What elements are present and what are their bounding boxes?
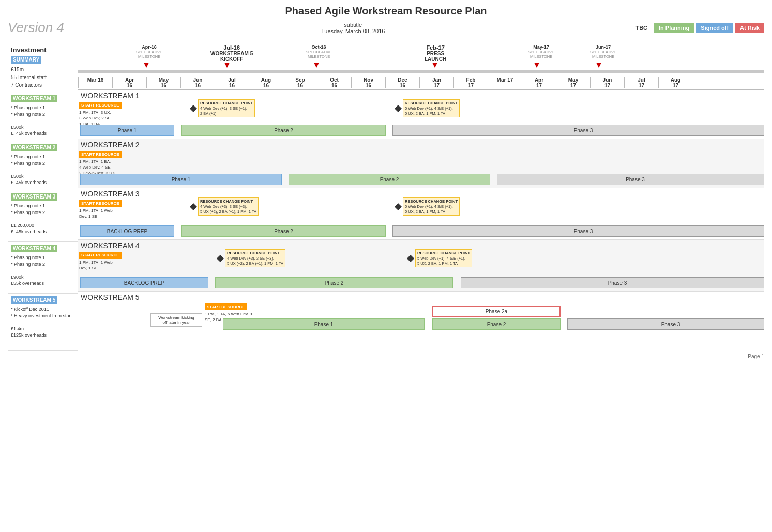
ws4-row: WORKSTREAM 4 START RESOURCE 1 PM, 1TA, 1…	[78, 240, 764, 292]
ms-jun17: Jun-17 SPECULATIVE MILESTONE	[590, 44, 616, 59]
ws2-start-resource: START RESOURCE	[79, 151, 122, 158]
month-jun17: Jun17	[590, 77, 624, 88]
investment-section: Investment SUMMARY £15m 55 Internal staf…	[8, 43, 78, 92]
divider	[8, 40, 764, 40]
ws5-phase2a: Phase 2a	[432, 306, 561, 317]
ws3-start-resource: START RESOURCE	[79, 200, 122, 207]
version-label: Version 4	[8, 20, 75, 36]
ws2-start-resource-box: START RESOURCE 1 PM, 1TA, 1 BA,4 Web Dev…	[79, 150, 122, 176]
ws1-cp2: RESOURCE CHANGE POINT5 Web Dev (+1), 4 S…	[396, 99, 460, 117]
ws4-diamond1	[217, 255, 224, 262]
ws4-cp2-text: RESOURCE CHANGE POINT5 Web Dev (+1), 4 S…	[415, 249, 472, 267]
ws1-start-resource-box: START RESOURCE 1 PM, 1TA, 3 UX,3 Web Dev…	[79, 101, 122, 127]
month-jun16: Jun16	[180, 77, 215, 88]
ws5-phase1: Phase 1	[223, 318, 425, 330]
ws4-phase-backlog: BACKLOG PREP	[80, 277, 208, 288]
ws4-phase2: Phase 2	[215, 277, 453, 288]
header-row: Version 4 subtitle Tuesday, March 08, 20…	[8, 20, 764, 36]
ws1-cp2-text: RESOURCE CHANGE POINT5 Web Dev (+1), 4 S…	[403, 99, 460, 117]
ws1-cp1-text: RESOURCE CHANGE POINT4 Web Dev (+1), 3 S…	[198, 99, 255, 117]
month-may17: May17	[556, 77, 590, 88]
ws1-row: WORKSTREAM 1 START RESOURCE 1 PM, 1TA, 3…	[78, 90, 764, 139]
inv-line1: £15m	[11, 66, 75, 73]
ws1-phase1: Phase 1	[80, 125, 174, 136]
ws3-label: WORKSTREAM 3	[11, 193, 57, 201]
ws5-row: WORKSTREAM 5 Workstream kickingoff later…	[78, 292, 764, 348]
ms-feb17: Feb-17 PRESS LAUNCH	[425, 44, 446, 62]
ws5-pre-note: Workstream kickingoff later in year	[150, 313, 202, 327]
legend-badges: TBC In Planning Signed off At Risk	[631, 23, 764, 33]
ws4-label: WORKSTREAM 4	[11, 245, 57, 252]
ms-arrow-jul16	[224, 63, 230, 68]
ws3-left: WORKSTREAM 3 * Phasing note 1* Phasing n…	[8, 190, 78, 242]
month-dec16: Dec16	[385, 77, 419, 88]
month-aug17: Aug17	[658, 77, 692, 88]
ws1-label: WORKSTREAM 1	[11, 95, 57, 102]
ws5-start-resource: START RESOURCE	[205, 303, 247, 310]
ws3-cp2-text: RESOURCE CHANGE POINT5 Web Dev (+1), 4 S…	[403, 197, 460, 216]
ws3-diamond2	[395, 203, 402, 210]
ws2-row: WORKSTREAM 2 START RESOURCE 1 PM, 1TA, 1…	[78, 139, 764, 188]
month-mar16: Mar 16	[78, 77, 112, 88]
ws5-phase2: Phase 2	[432, 318, 561, 330]
ms-may17: May-17 SPECULATIVE MILESTONE	[528, 44, 554, 59]
ws1-left: WORKSTREAM 1 * Phasing note 1* Phasing n…	[8, 92, 78, 141]
ms-arrow-apr16	[144, 63, 149, 68]
ws3-cp2: RESOURCE CHANGE POINT5 Web Dev (+1), 4 S…	[396, 197, 460, 216]
timeline-header: Apr-16 SPECULATIVE MILESTONE Jul-16 WORK…	[78, 43, 764, 90]
months-row: Mar 16 Apr16 May16 Jun16 Jul16 Aug16 Sep…	[78, 77, 764, 88]
ws4-notes: * Phasing note 1* Phasing note 2 £900k£5…	[11, 254, 75, 287]
ms-arrow-oct16	[314, 63, 319, 68]
ms-oct16: Oct-16 SPECULATIVE MILESTONE	[306, 44, 332, 59]
ws3-start-resource-box: START RESOURCE 1 PM, 1TA, 1 WebDev, 1 SE	[79, 200, 122, 219]
badge-signed: Signed off	[696, 23, 733, 33]
month-sep16: Sep16	[283, 77, 317, 88]
ws1-phase3: Phase 3	[392, 125, 764, 136]
month-jul16: Jul16	[215, 77, 249, 88]
investment-title: Investment	[11, 46, 75, 54]
ms-apr16: Apr-16 SPECULATIVE MILESTONE	[136, 44, 162, 59]
month-jan17: Jan17	[419, 77, 453, 88]
inv-line3: 7 Contractors	[11, 81, 75, 89]
month-may16: May16	[146, 77, 180, 88]
investment-lines: £15m 55 Internal staff 7 Contractors	[11, 66, 75, 89]
ws2-left: WORKSTREAM 2 * Phasing note 1* Phasing n…	[8, 141, 78, 190]
subtitle: subtitle	[75, 22, 631, 28]
ws3-start-text: 1 PM, 1TA, 1 WebDev, 1 SE	[79, 208, 122, 219]
ms-jul16: Jul-16 WORKSTREAM 5 KICKOFF	[210, 44, 253, 62]
ws4-cp1-text: RESOURCE CHANGE POINT4 Web Dev (+3), 3 S…	[225, 249, 285, 267]
month-oct16: Oct16	[317, 77, 351, 88]
header-center: subtitle Tuesday, March 08, 2016	[75, 22, 631, 34]
main-content: Investment SUMMARY £15m 55 Internal staf…	[8, 43, 764, 351]
ws1-notes: * Phasing note 1* Phasing note 2 £500k£.…	[11, 104, 75, 137]
left-panel: Investment SUMMARY £15m 55 Internal staf…	[8, 43, 78, 351]
month-feb17: Feb17	[453, 77, 488, 88]
ws4-start-text: 1 PM, 1TA, 1 WebDev, 1 SE	[79, 260, 122, 271]
month-jul17: Jul17	[624, 77, 658, 88]
ws2-notes: * Phasing note 1* Phasing note 2 £500k£.…	[11, 154, 75, 186]
ws3-notes: * Phasing note 1* Phasing note 2 £1,200,…	[11, 203, 75, 235]
month-mar17: Mar 17	[488, 77, 522, 88]
ws2-phase3: Phase 3	[497, 174, 764, 185]
ws4-left: WORKSTREAM 4 * Phasing note 1* Phasing n…	[8, 242, 78, 294]
ws4-cp2: RESOURCE CHANGE POINT5 Web Dev (+1), 4 S…	[408, 249, 472, 267]
ws1-start-resource: START RESOURCE	[79, 102, 122, 109]
page-title: Phased Agile Workstream Resource Plan	[8, 5, 764, 17]
ms-arrow-jun17	[596, 63, 601, 68]
ws5-title: WORKSTREAM 5	[78, 292, 764, 303]
ws3-phase3: Phase 3	[392, 225, 764, 237]
ws2-label: WORKSTREAM 2	[11, 144, 57, 151]
ws3-cp1-text: RESOURCE CHANGE POINT4 Web Dev (+3), 3 S…	[198, 197, 259, 216]
ws1-diamond1	[190, 105, 197, 112]
ws2-title: WORKSTREAM 2	[78, 139, 764, 150]
ws5-notes: * Kickoff Dec 2011* Heavy investment fro…	[11, 306, 75, 339]
ws5-left: WORKSTREAM 5 * Kickoff Dec 2011* Heavy i…	[8, 294, 78, 351]
gantt-panel: Apr-16 SPECULATIVE MILESTONE Jul-16 WORK…	[78, 43, 764, 351]
ws3-phase-backlog: BACKLOG PREP	[80, 225, 174, 237]
ws3-row: WORKSTREAM 3 START RESOURCE 1 PM, 1TA, 1…	[78, 188, 764, 240]
ms-arrow-feb17	[432, 63, 437, 68]
ws4-start-resource-box: START RESOURCE 1 PM, 1TA, 1 WebDev, 1 SE	[79, 251, 122, 271]
ws2-phase1: Phase 1	[80, 174, 282, 185]
ws3-cp1: RESOURCE CHANGE POINT4 Web Dev (+3), 3 S…	[191, 197, 259, 216]
summary-box: SUMMARY	[11, 56, 41, 64]
